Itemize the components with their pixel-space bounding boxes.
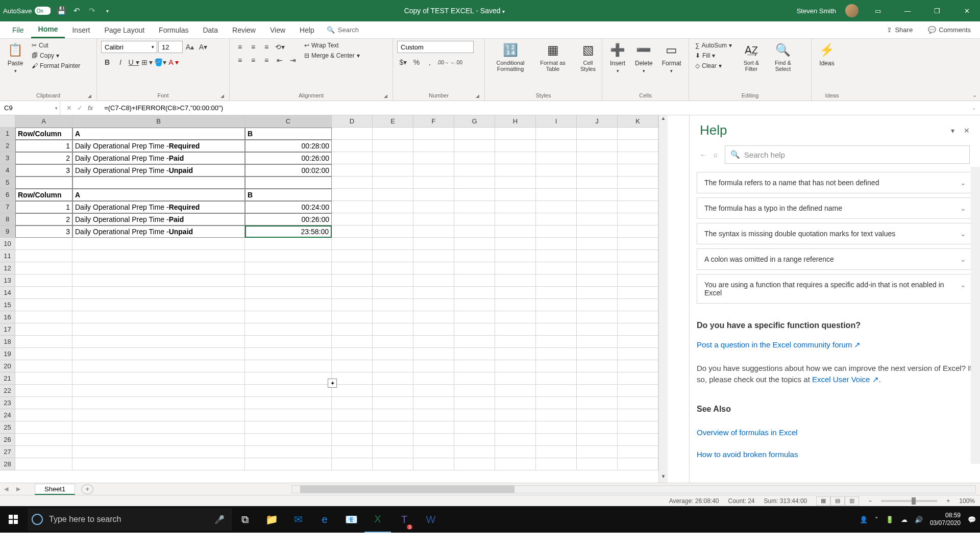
- row-header[interactable]: 22: [0, 385, 15, 397]
- cell[interactable]: [72, 250, 245, 262]
- cell[interactable]: [413, 372, 454, 385]
- cell[interactable]: 3: [15, 164, 72, 177]
- cell[interactable]: Daily Operational Prep Time - Required: [72, 201, 245, 213]
- format-as-table-button[interactable]: ▦Format as Table: [535, 41, 571, 73]
- cell[interactable]: [332, 274, 373, 287]
- name-box[interactable]: C9▾: [0, 101, 60, 115]
- cell[interactable]: 00:28:00: [245, 140, 332, 152]
- cell[interactable]: Daily Operational Prep Time - Unpaid: [72, 164, 245, 177]
- cell[interactable]: [332, 336, 373, 348]
- delete-cells-button[interactable]: ➖Delete▾: [632, 41, 656, 74]
- currency-icon[interactable]: $▾: [397, 56, 409, 68]
- cell[interactable]: 00:26:00: [245, 213, 332, 226]
- cell[interactable]: [245, 250, 332, 262]
- cell[interactable]: [332, 446, 373, 458]
- cell[interactable]: [495, 128, 536, 140]
- cell[interactable]: [577, 421, 618, 434]
- cell[interactable]: [332, 189, 373, 201]
- start-button[interactable]: [0, 506, 27, 533]
- cell[interactable]: [373, 348, 413, 360]
- cell[interactable]: [495, 287, 536, 299]
- cell[interactable]: [577, 238, 618, 250]
- cell[interactable]: [577, 372, 618, 385]
- row-header[interactable]: 9: [0, 226, 15, 238]
- cell[interactable]: Daily Operational Prep Time - Paid: [72, 152, 245, 164]
- tray-chevron-icon[interactable]: ˄: [875, 516, 878, 523]
- cell[interactable]: [332, 250, 373, 262]
- row-header[interactable]: 12: [0, 262, 15, 274]
- cell[interactable]: [72, 238, 245, 250]
- cell[interactable]: [536, 360, 577, 372]
- align-right-icon[interactable]: ≡: [260, 54, 273, 66]
- cell[interactable]: [245, 287, 332, 299]
- cell[interactable]: [454, 434, 495, 446]
- add-sheet-button[interactable]: +: [81, 484, 93, 494]
- col-header-b[interactable]: B: [72, 115, 245, 128]
- cell[interactable]: [15, 409, 72, 421]
- fill-button[interactable]: ⬇Fill ▾: [693, 51, 734, 60]
- cell[interactable]: [618, 189, 658, 201]
- cell[interactable]: [495, 262, 536, 274]
- cell[interactable]: [495, 226, 536, 238]
- cell[interactable]: [245, 372, 332, 385]
- cell[interactable]: [72, 323, 245, 336]
- cell[interactable]: [577, 385, 618, 397]
- comma-icon[interactable]: ,: [424, 56, 436, 68]
- cell[interactable]: [618, 311, 658, 323]
- cell[interactable]: [332, 226, 373, 238]
- cell[interactable]: [373, 201, 413, 213]
- collapse-ribbon-icon[interactable]: ⌄: [972, 92, 977, 98]
- user-voice-link[interactable]: Excel User Voice: [812, 375, 870, 384]
- taskbar-search[interactable]: Type here to search 🎤: [28, 508, 232, 531]
- align-bottom-icon[interactable]: ≡: [260, 41, 273, 53]
- cell[interactable]: [332, 385, 373, 397]
- orientation-icon[interactable]: ⟲▾: [274, 41, 286, 53]
- sheet-nav-prev-icon[interactable]: ◀: [0, 486, 12, 492]
- cell[interactable]: [332, 140, 373, 152]
- help-item[interactable]: The formula has a typo in the defined na…: [697, 197, 973, 219]
- cell[interactable]: [245, 336, 332, 348]
- cell[interactable]: [454, 128, 495, 140]
- cell[interactable]: [72, 372, 245, 385]
- cell[interactable]: [577, 262, 618, 274]
- cell[interactable]: [618, 213, 658, 226]
- cell[interactable]: [72, 385, 245, 397]
- cell[interactable]: [332, 152, 373, 164]
- user-avatar[interactable]: [845, 4, 859, 17]
- cell[interactable]: [495, 274, 536, 287]
- cell[interactable]: [245, 274, 332, 287]
- cell[interactable]: [373, 152, 413, 164]
- cell[interactable]: [332, 299, 373, 311]
- ie-icon[interactable]: e: [311, 506, 338, 533]
- cell[interactable]: [15, 262, 72, 274]
- cell[interactable]: Daily Operational Prep Time - Required: [72, 140, 245, 152]
- row-header[interactable]: 2: [0, 140, 15, 152]
- cell[interactable]: [72, 274, 245, 287]
- cell[interactable]: [373, 238, 413, 250]
- battery-icon[interactable]: 🔋: [886, 516, 894, 523]
- increase-indent-icon[interactable]: ⇥: [287, 54, 299, 66]
- col-header-e[interactable]: E: [373, 115, 413, 128]
- cell[interactable]: [495, 372, 536, 385]
- cell[interactable]: [15, 434, 72, 446]
- row-header[interactable]: 4: [0, 164, 15, 177]
- cell[interactable]: [495, 250, 536, 262]
- row-header[interactable]: 19: [0, 348, 15, 360]
- cell[interactable]: [373, 140, 413, 152]
- outlook-icon[interactable]: ✉: [285, 506, 311, 533]
- cell[interactable]: [245, 323, 332, 336]
- vertical-scrollbar[interactable]: ▲ ▼: [658, 115, 668, 483]
- cell[interactable]: [332, 128, 373, 140]
- col-header-j[interactable]: J: [577, 115, 618, 128]
- help-item[interactable]: The formula refers to a name that has no…: [697, 172, 973, 193]
- cell[interactable]: [332, 458, 373, 470]
- bold-button[interactable]: B: [101, 56, 113, 68]
- cell[interactable]: [332, 201, 373, 213]
- cell[interactable]: [373, 213, 413, 226]
- row-header[interactable]: 15: [0, 299, 15, 311]
- cell[interactable]: [72, 421, 245, 434]
- cell[interactable]: [413, 409, 454, 421]
- cell[interactable]: [454, 348, 495, 360]
- help-forum-link[interactable]: Post a question in the Excel community f…: [697, 340, 852, 349]
- cell[interactable]: [577, 360, 618, 372]
